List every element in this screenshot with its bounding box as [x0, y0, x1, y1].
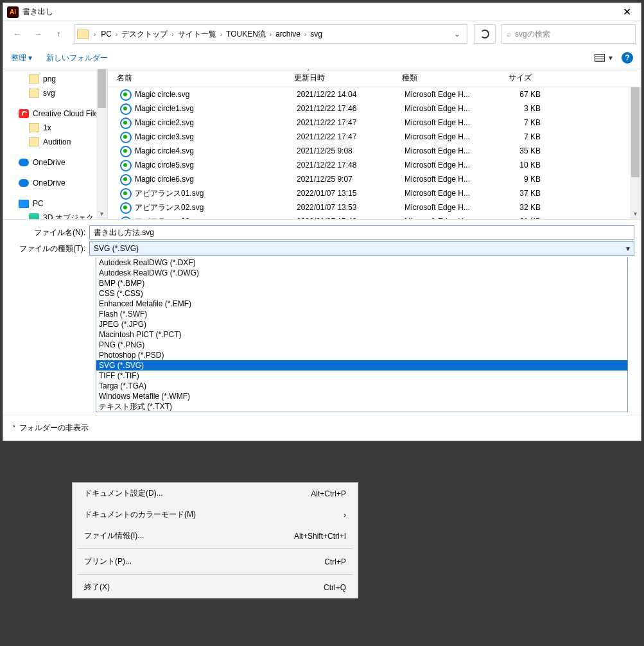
file-row[interactable]: アピアランス02.svg2022/01/07 13:53Microsoft Ed…: [108, 200, 641, 214]
scroll-thumb[interactable]: [631, 87, 640, 177]
file-row[interactable]: Magic circle5.svg2021/12/22 17:48Microso…: [108, 158, 641, 172]
col-type[interactable]: 種類: [402, 73, 482, 83]
filetype-option[interactable]: JPEG (*.JPG): [96, 319, 627, 329]
col-size[interactable]: サイズ: [482, 73, 544, 83]
menu-item[interactable]: 終了(X)Ctrl+Q: [73, 577, 358, 598]
filetype-option[interactable]: TIFF (*.TIF): [96, 371, 627, 381]
file-row[interactable]: Magic circle4.svg2021/12/25 9:08Microsof…: [108, 144, 641, 158]
tree-item[interactable]: OneDrive: [3, 176, 107, 190]
tree-item[interactable]: Creative Cloud File…: [3, 107, 107, 121]
filetype-select[interactable]: SVG (*.SVG): [89, 241, 634, 256]
file-type: Microsoft Edge H...: [405, 146, 484, 155]
tree-item[interactable]: PC: [3, 196, 107, 211]
filetype-option[interactable]: テキスト形式 (*.TXT): [96, 401, 627, 412]
file-size: 9 KB: [484, 175, 541, 184]
tree-item-label: svg: [43, 89, 55, 98]
file-size: 35 KB: [484, 146, 541, 155]
col-name[interactable]: 名前: [117, 73, 294, 83]
tree-item[interactable]: OneDrive: [3, 155, 107, 170]
tree-item[interactable]: png: [3, 72, 107, 86]
breadcrumb-item[interactable]: PC: [98, 28, 114, 40]
dialog-title: 書き出し: [22, 6, 616, 17]
nav-up-button[interactable]: ↑: [49, 25, 67, 43]
tree-item[interactable]: Audition: [3, 135, 107, 149]
folder-icon: [29, 123, 39, 132]
view-mode-button[interactable]: ▾: [595, 53, 613, 62]
tree-scrollbar[interactable]: ▴ ▾: [96, 69, 107, 219]
breadcrumb-item[interactable]: サイト一覧: [175, 28, 219, 40]
filetype-option[interactable]: Targa (*.TGA): [96, 381, 627, 391]
menu-item-label: ドキュメントのカラーモード(M): [84, 509, 344, 520]
chevron-right-icon: ›: [219, 31, 223, 38]
tree-item[interactable]: svg: [3, 86, 107, 100]
filetype-option[interactable]: PNG (*.PNG): [96, 340, 627, 350]
nav-forward-button[interactable]: →: [29, 25, 47, 43]
path-dropdown-button[interactable]: ⌄: [450, 30, 464, 39]
organize-menu[interactable]: 整理 ▾: [11, 53, 32, 64]
menu-item[interactable]: プリント(P)...Ctrl+P: [73, 551, 358, 572]
file-row[interactable]: アピアランス01.svg2022/01/07 13:15Microsoft Ed…: [108, 186, 641, 200]
breadcrumb-item[interactable]: archive: [273, 28, 303, 40]
hide-folders-button[interactable]: ˄ フォルダーの非表示: [12, 423, 89, 433]
filetype-option[interactable]: Macintosh PICT (*.PCT): [96, 329, 627, 340]
file-name: Magic circle5.svg: [135, 161, 297, 170]
cloud-icon: [19, 159, 29, 166]
nav-back-button[interactable]: ←: [8, 25, 26, 43]
search-input[interactable]: ⌕ svgの検索: [501, 24, 636, 44]
scroll-thumb[interactable]: [98, 69, 106, 108]
file-row[interactable]: アピアランス03.svg2022/01/07 15:43Microsoft Ed…: [108, 214, 641, 219]
filetype-option[interactable]: Windows Metafile (*.WMF): [96, 391, 627, 401]
file-date: 2021/12/22 14:04: [297, 90, 405, 99]
filetype-option[interactable]: BMP (*.BMP): [96, 278, 627, 288]
menu-item[interactable]: ドキュメント設定(D)...Alt+Ctrl+P: [73, 483, 358, 504]
menu-item[interactable]: ドキュメントのカラーモード(M)›: [73, 504, 358, 525]
filetype-option[interactable]: CSS (*.CSS): [96, 288, 627, 299]
file-row[interactable]: Magic circle3.svg2021/12/22 17:47Microso…: [108, 130, 641, 144]
filename-input[interactable]: [89, 225, 634, 240]
menu-item[interactable]: ファイル情報(I)...Alt+Shift+Ctrl+I: [73, 525, 358, 546]
file-type: Microsoft Edge H...: [405, 175, 484, 184]
file-row[interactable]: Magic circle1.svg2021/12/22 17:46Microso…: [108, 101, 641, 116]
file-name: アピアランス01.svg: [135, 188, 297, 199]
scroll-down-icon[interactable]: ▾: [96, 208, 107, 219]
filetype-option[interactable]: Enhanced Metafile (*.EMF): [96, 299, 627, 309]
sep-icon: ›: [92, 31, 97, 38]
close-button[interactable]: ✕: [616, 3, 637, 21]
filetype-option[interactable]: Autodesk RealDWG (*.DWG): [96, 268, 627, 278]
export-dialog: Ai 書き出し ✕ ← → ↑ › PC›デスクトップ›サイト一覧›TOUKEN…: [3, 3, 641, 441]
menu-shortcut: Ctrl+P: [324, 557, 346, 566]
filetype-option[interactable]: SVG (*.SVG): [96, 360, 627, 371]
filetype-option[interactable]: Photoshop (*.PSD): [96, 350, 627, 360]
svg-file-icon: [119, 173, 131, 185]
file-size: 61 KB: [484, 217, 541, 219]
filetype-option[interactable]: Flash (*.SWF): [96, 309, 627, 319]
filetype-dropdown: Autodesk RealDWG (*.DXF)Autodesk RealDWG…: [96, 258, 628, 412]
col-date[interactable]: 更新日時: [294, 73, 402, 83]
breadcrumb-item[interactable]: デスクトップ: [119, 28, 170, 40]
files-scrollbar[interactable]: ▾: [630, 87, 641, 219]
tree-item[interactable]: 1x: [3, 121, 107, 135]
breadcrumb-bar[interactable]: › PC›デスクトップ›サイト一覧›TOUKEN流›archive›svg ⌄: [74, 24, 467, 44]
file-row[interactable]: Magic circle6.svg2021/12/25 9:07Microsof…: [108, 172, 641, 186]
tree-item-label: png: [43, 74, 56, 83]
tree-item-label: OneDrive: [33, 158, 65, 167]
svg-file-icon: [119, 216, 131, 219]
file-row[interactable]: Magic circle.svg2021/12/22 14:04Microsof…: [108, 87, 641, 101]
help-button[interactable]: ?: [622, 52, 633, 64]
file-context-menu: ドキュメント設定(D)...Alt+Ctrl+Pドキュメントのカラーモード(M)…: [72, 482, 358, 598]
filetype-option[interactable]: Autodesk RealDWG (*.DXF): [96, 258, 627, 268]
file-size: 10 KB: [484, 161, 541, 170]
tree-item[interactable]: 3D オブジェクト: [3, 211, 107, 219]
file-row[interactable]: Magic circle2.svg2021/12/22 17:47Microso…: [108, 116, 641, 130]
tree-item-label: 3D オブジェクト: [43, 213, 101, 220]
svg-file-icon: [119, 145, 131, 157]
breadcrumb-item[interactable]: TOUKEN流: [223, 28, 268, 40]
refresh-button[interactable]: [474, 24, 496, 44]
cloud-icon: [19, 179, 29, 187]
file-type: Microsoft Edge H...: [405, 104, 484, 113]
scroll-down-icon[interactable]: ▾: [630, 208, 641, 219]
dialog-bottom: ˄ フォルダーの非表示: [3, 415, 641, 441]
new-folder-button[interactable]: 新しいフォルダー: [46, 53, 108, 64]
file-date: 2022/01/07 13:53: [297, 203, 405, 212]
breadcrumb-item[interactable]: svg: [308, 28, 325, 40]
